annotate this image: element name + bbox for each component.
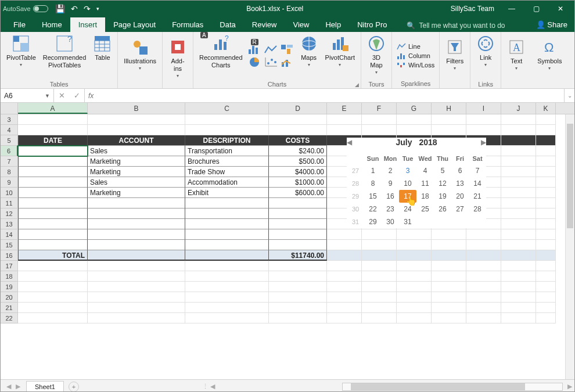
cell-B5[interactable]: ACCOUNT (88, 135, 185, 146)
row-header[interactable]: 3 (1, 114, 18, 125)
cell-I17[interactable] (466, 261, 501, 271)
calendar-next-icon[interactable]: ▶ (481, 138, 486, 146)
cell-A9[interactable] (18, 177, 88, 188)
cell-I20[interactable] (466, 292, 501, 303)
cell-K10[interactable] (536, 188, 556, 198)
cell-B17[interactable] (88, 261, 185, 271)
cell-A4[interactable] (18, 125, 88, 135)
row-header[interactable]: 4 (1, 125, 18, 135)
cell-A16[interactable]: TOTAL (18, 250, 88, 261)
maximize-button[interactable]: ▢ (524, 1, 548, 17)
combo-chart-icon[interactable] (280, 56, 295, 68)
cell-C19[interactable] (185, 282, 269, 292)
table-button[interactable]: Table (89, 33, 115, 78)
name-box[interactable]: A6 ▼ (1, 89, 54, 102)
sheet-nav-next-icon[interactable]: ▶ (13, 383, 23, 390)
cell-C17[interactable] (185, 261, 269, 271)
cell-D4[interactable] (269, 125, 327, 135)
calendar-day[interactable]: 7 (469, 164, 486, 177)
account-name[interactable]: SillySac Team (451, 5, 494, 13)
row-header[interactable]: 10 (1, 188, 18, 198)
cell-B8[interactable]: Marketing (88, 167, 185, 177)
cell-J4[interactable] (501, 125, 536, 135)
cell-B7[interactable]: Marketing (88, 156, 185, 167)
cell-D17[interactable] (269, 261, 327, 271)
row-header[interactable]: 5 (1, 135, 18, 146)
cell-J16[interactable] (501, 250, 536, 261)
cell-B10[interactable]: Marketing (88, 188, 185, 198)
calendar-day[interactable]: 29 (364, 215, 382, 228)
row-header[interactable]: 14 (1, 229, 18, 240)
cell-B19[interactable] (88, 282, 185, 292)
calendar-day[interactable]: 22 (364, 203, 382, 215)
calendar-day[interactable]: 17👆 (399, 190, 416, 203)
addins-button[interactable]: Add- ins ▾ (165, 37, 191, 82)
tab-nitro-pro[interactable]: Nitro Pro (349, 17, 395, 32)
calendar-day[interactable]: 10 (399, 177, 416, 190)
calendar-day[interactable]: 13 (451, 177, 469, 190)
vertical-scrollbar[interactable] (565, 114, 574, 379)
calendar-day[interactable]: 31 (399, 215, 416, 228)
cell-B9[interactable]: Sales (88, 177, 185, 188)
cell-J17[interactable] (501, 261, 536, 271)
cell-I21[interactable] (466, 303, 501, 313)
cell-B13[interactable] (88, 219, 185, 229)
calendar-day[interactable]: 3 (399, 164, 416, 177)
cell-D8[interactable]: $4000.00 (269, 167, 327, 177)
cell-A5[interactable]: DATE (18, 135, 88, 146)
cell-H17[interactable] (432, 261, 466, 271)
cell-A8[interactable] (18, 167, 88, 177)
row-header[interactable]: 13 (1, 219, 18, 229)
illustrations-button[interactable]: Illustrations ▾ (120, 37, 160, 82)
cell-C10[interactable]: Exhibit (185, 188, 269, 198)
row-header[interactable]: 17 (1, 261, 18, 271)
calendar-day[interactable]: 14 (469, 177, 486, 190)
cell-K15[interactable] (536, 240, 556, 250)
cell-D6[interactable]: $240.00 (269, 146, 327, 156)
worksheet-grid[interactable]: ABCDEFGHIJK 345DATEACCOUNTDESCRIPTIONCOS… (1, 103, 574, 379)
cell-K22[interactable] (536, 313, 556, 323)
cell-B14[interactable] (88, 229, 185, 240)
cell-G14[interactable] (397, 229, 432, 240)
cell-G4[interactable] (397, 125, 432, 135)
cell-G3[interactable] (397, 114, 432, 125)
select-all-corner[interactable] (1, 103, 18, 114)
cell-H14[interactable] (432, 229, 466, 240)
namebox-dropdown-icon[interactable]: ▼ (45, 93, 50, 99)
cell-J12[interactable] (501, 208, 536, 219)
expand-formula-bar-icon[interactable]: ⌄ (564, 89, 574, 102)
cell-I22[interactable] (466, 313, 501, 323)
cell-C8[interactable]: Trade Show (185, 167, 269, 177)
cell-E19[interactable] (327, 282, 362, 292)
column-chart-icon[interactable]: R (247, 44, 263, 55)
cell-B20[interactable] (88, 292, 185, 303)
calendar-day[interactable]: 23 (382, 203, 399, 215)
cell-F16[interactable] (362, 250, 397, 261)
cell-F15[interactable] (362, 240, 397, 250)
cell-A20[interactable] (18, 292, 88, 303)
cell-F19[interactable] (362, 282, 397, 292)
cell-H22[interactable] (432, 313, 466, 323)
close-button[interactable]: ✕ (549, 1, 572, 17)
cell-D19[interactable] (269, 282, 327, 292)
new-sheet-button[interactable]: + (69, 382, 79, 392)
cell-F3[interactable] (362, 114, 397, 125)
share-button[interactable]: 👤 Share (529, 17, 574, 32)
tab-view[interactable]: View (285, 17, 317, 32)
cell-D7[interactable]: $500.00 (269, 156, 327, 167)
cell-I3[interactable] (466, 114, 501, 125)
pivotchart-button[interactable]: PivotChart ▾ (322, 33, 358, 78)
column-header-G[interactable]: G (397, 103, 432, 114)
cell-G17[interactable] (397, 261, 432, 271)
cell-D20[interactable] (269, 292, 327, 303)
recommended-charts-button[interactable]: ? Recommended Charts A (196, 33, 246, 78)
cell-F18[interactable] (362, 271, 397, 282)
cell-A3[interactable] (18, 114, 88, 125)
cell-J15[interactable] (501, 240, 536, 250)
column-header-E[interactable]: E (327, 103, 362, 114)
cell-C14[interactable] (185, 229, 269, 240)
cell-K12[interactable] (536, 208, 556, 219)
cell-H19[interactable] (432, 282, 466, 292)
cell-B6[interactable]: Sales (88, 146, 185, 156)
enter-formula-icon[interactable]: ✓ (69, 91, 84, 100)
